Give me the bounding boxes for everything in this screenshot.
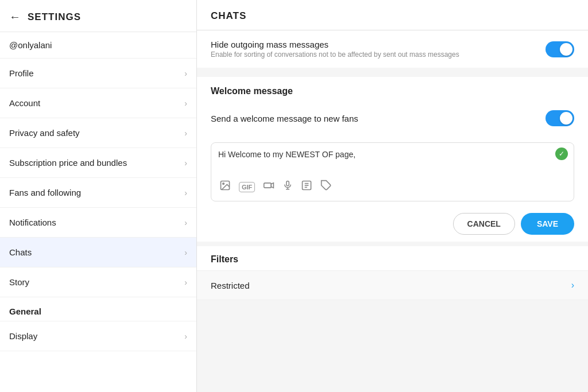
- cancel-button[interactable]: CANCEL: [453, 213, 515, 235]
- send-welcome-toggle[interactable]: [546, 110, 574, 126]
- svg-point-1: [223, 183, 225, 185]
- hide-outgoing-toggle[interactable]: [546, 41, 574, 57]
- hide-outgoing-section: Hide outgoing mass messages Enable for s…: [197, 30, 588, 68]
- welcome-message-title: Welcome message: [211, 86, 293, 96]
- image-icon[interactable]: [219, 180, 231, 194]
- chevron-icon-chats: ›: [184, 248, 187, 257]
- poll-icon[interactable]: [301, 180, 312, 194]
- welcome-message-section: Welcome message Send a welcome message t…: [197, 77, 588, 242]
- sidebar-item-label-profile: Profile: [9, 68, 34, 78]
- sidebar-section-general: General: [0, 297, 196, 321]
- send-welcome-info: Send a welcome message to new fans: [211, 114, 546, 123]
- toggle-slider-welcome: [546, 110, 574, 126]
- compose-toolbar: GIF: [218, 175, 567, 196]
- sidebar-header: ← SETTINGS: [0, 0, 196, 32]
- hide-outgoing-info: Hide outgoing mass messages Enable for s…: [211, 40, 546, 59]
- sidebar-item-profile[interactable]: Profile ›: [0, 59, 196, 88]
- send-welcome-row: Send a welcome message to new fans: [197, 101, 588, 135]
- filters-title: Filters: [211, 254, 238, 264]
- sidebar-item-label-privacy: Privacy and safety: [9, 128, 80, 138]
- svg-marker-3: [272, 183, 274, 188]
- welcome-message-header-row: Welcome message: [197, 77, 588, 101]
- chevron-icon-display: ›: [184, 332, 187, 341]
- compose-box: Hi Welcome to my NEWEST OF page, ✓ GIF: [211, 142, 574, 201]
- filters-section: Filters Restricted ›: [197, 246, 588, 300]
- chevron-icon-subscription: ›: [184, 158, 187, 168]
- chevron-icon-notifications: ›: [184, 218, 187, 227]
- compose-actions: CANCEL SAVE: [197, 206, 588, 242]
- chevron-icon-story: ›: [184, 278, 187, 287]
- sidebar-item-notifications[interactable]: Notifications ›: [0, 208, 196, 238]
- sidebar-item-label-fans: Fans and following: [9, 188, 81, 197]
- mic-icon[interactable]: [283, 180, 293, 194]
- sidebar-item-fans[interactable]: Fans and following ›: [0, 178, 196, 208]
- section-divider-1: [197, 72, 588, 77]
- sidebar-item-label-subscription: Subscription price and bundles: [9, 158, 127, 168]
- toggle-slider-hide-outgoing: [546, 41, 574, 57]
- sidebar-title: SETTINGS: [28, 11, 81, 23]
- filter-restricted-row[interactable]: Restricted ›: [197, 271, 588, 300]
- hide-outgoing-label: Hide outgoing mass messages: [211, 40, 546, 49]
- svg-rect-4: [287, 181, 289, 186]
- filter-restricted-label: Restricted: [211, 281, 250, 290]
- main-title: CHATS: [211, 10, 246, 21]
- chevron-icon-privacy: ›: [184, 129, 187, 138]
- main-content: CHATS Hide outgoing mass messages Enable…: [197, 0, 588, 392]
- save-button[interactable]: SAVE: [521, 213, 574, 235]
- sidebar-item-label-chats: Chats: [9, 247, 32, 257]
- sidebar-username: @onlyalani: [0, 32, 196, 59]
- sidebar-item-label-display: Display: [9, 331, 37, 341]
- tag-icon[interactable]: [320, 180, 332, 194]
- video-icon[interactable]: [263, 180, 274, 194]
- compose-area: Hi Welcome to my NEWEST OF page, ✓ GIF: [197, 135, 588, 206]
- sidebar-item-account[interactable]: Account ›: [0, 88, 196, 118]
- sidebar-item-story[interactable]: Story ›: [0, 267, 196, 297]
- back-button[interactable]: ←: [9, 10, 21, 24]
- filter-chevron-restricted: ›: [571, 280, 574, 290]
- sidebar-item-label-notifications: Notifications: [9, 218, 56, 227]
- chevron-icon-fans: ›: [184, 188, 187, 197]
- gif-icon[interactable]: GIF: [239, 182, 255, 192]
- sidebar-item-chats[interactable]: Chats ›: [0, 238, 196, 267]
- compose-check-icon: ✓: [555, 148, 568, 160]
- compose-input[interactable]: Hi Welcome to my NEWEST OF page,: [218, 149, 567, 173]
- hide-outgoing-row: Hide outgoing mass messages Enable for s…: [197, 30, 588, 68]
- main-header: CHATS: [197, 0, 588, 30]
- filters-header: Filters: [197, 246, 588, 271]
- sidebar-item-label-story: Story: [9, 277, 29, 287]
- sidebar-item-subscription[interactable]: Subscription price and bundles ›: [0, 148, 196, 178]
- sidebar-item-display[interactable]: Display ›: [0, 321, 196, 351]
- send-welcome-label: Send a welcome message to new fans: [211, 114, 546, 123]
- sidebar: ← SETTINGS @onlyalani Profile › Account …: [0, 0, 197, 392]
- hide-outgoing-desc: Enable for sorting of conversations not …: [211, 51, 546, 59]
- sidebar-item-label-account: Account: [9, 98, 40, 108]
- chevron-icon-profile: ›: [184, 69, 187, 78]
- chevron-icon-account: ›: [184, 99, 187, 108]
- sidebar-item-privacy[interactable]: Privacy and safety ›: [0, 118, 196, 148]
- svg-rect-2: [264, 183, 272, 188]
